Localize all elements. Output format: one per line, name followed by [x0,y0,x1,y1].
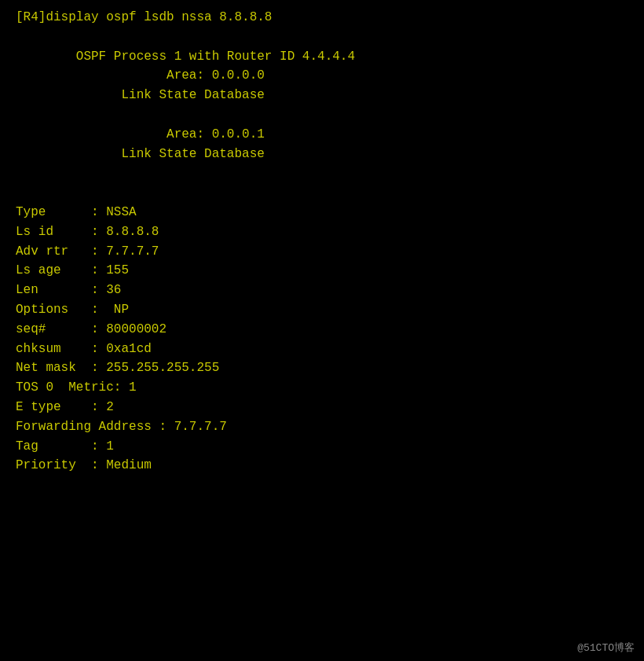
header-line2: Area: 0.0.0.0 [16,66,628,86]
header-line5: Link State Database [16,145,628,164]
field-fwd-addr: Forwarding Address : 7.7.7.7 [16,417,628,437]
header-line3: Link State Database [16,86,628,105]
field-e-type: E type : 2 [16,398,628,417]
field-ls-id: Ls id : 8.8.8.8 [16,222,628,242]
field-priority: Priority : Medium [16,456,628,476]
header-line4: Area: 0.0.0.1 [16,125,628,145]
terminal-window: [R4]display ospf lsdb nssa 8.8.8.8 OSPF … [0,0,644,661]
field-net-mask: Net mask : 255.255.255.255 [16,358,628,378]
field-adv-rtr: Adv rtr : 7.7.7.7 [16,242,628,262]
field-options: Options : NP [16,300,628,320]
field-tos: TOS 0 Metric: 1 [16,378,628,398]
field-len: Len : 36 [16,281,628,300]
field-chksum: chksum : 0xa1cd [16,340,628,359]
watermark: @51CTO博客 [577,641,635,655]
prompt-line: [R4]display ospf lsdb nssa 8.8.8.8 [16,8,628,28]
header-line1: OSPF Process 1 with Router ID 4.4.4.4 [16,47,628,67]
field-seq: seq# : 80000002 [16,320,628,340]
field-tag: Tag : 1 [16,437,628,457]
field-ls-age: Ls age : 155 [16,261,628,281]
field-type: Type : NSSA [16,203,628,222]
